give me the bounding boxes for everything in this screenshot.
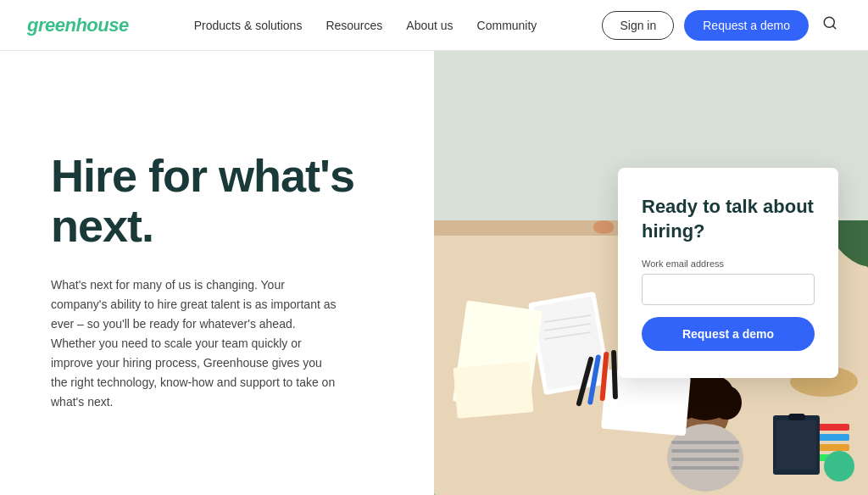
search-icon [822, 15, 837, 31]
email-input[interactable] [642, 274, 815, 305]
nav-right: Sign in Request a demo [602, 10, 841, 41]
svg-point-24 [593, 220, 614, 234]
svg-rect-36 [671, 466, 739, 470]
search-button[interactable] [819, 12, 841, 38]
request-demo-nav-button[interactable]: Request a demo [684, 10, 809, 41]
nav-community[interactable]: Community [477, 19, 537, 32]
nav-links: Products & solutions Resources About us … [194, 19, 537, 32]
nav-resources[interactable]: Resources [326, 19, 382, 32]
svg-rect-35 [671, 458, 739, 461]
hero-title: Hire for what's next. [51, 151, 393, 252]
svg-rect-61 [453, 361, 534, 419]
hero-left: Hire for what's next. What's next for ma… [0, 51, 434, 495]
main-nav: greenhouse Products & solutions Resource… [0, 0, 868, 51]
request-demo-form-button[interactable]: Request a demo [642, 317, 815, 351]
main-content: Hire for what's next. What's next for ma… [0, 51, 868, 495]
hero-right: Ready to talk about hiring? Work email a… [434, 51, 868, 495]
form-title: Ready to talk about hiring? [642, 195, 815, 243]
svg-rect-33 [671, 441, 739, 444]
svg-rect-59 [788, 414, 805, 420]
signin-button[interactable]: Sign in [602, 11, 674, 40]
logo[interactable]: greenhouse [27, 14, 129, 36]
form-card: Ready to talk about hiring? Work email a… [618, 168, 838, 378]
svg-line-1 [832, 25, 835, 28]
svg-rect-34 [671, 449, 739, 453]
nav-about[interactable]: About us [406, 19, 453, 32]
svg-point-31 [695, 376, 732, 403]
chat-badge[interactable] [824, 451, 854, 481]
hero-body: What's next for many of us is changing. … [51, 275, 339, 413]
email-label: Work email address [642, 259, 815, 269]
nav-products[interactable]: Products & solutions [194, 19, 303, 32]
svg-rect-58 [776, 420, 816, 470]
